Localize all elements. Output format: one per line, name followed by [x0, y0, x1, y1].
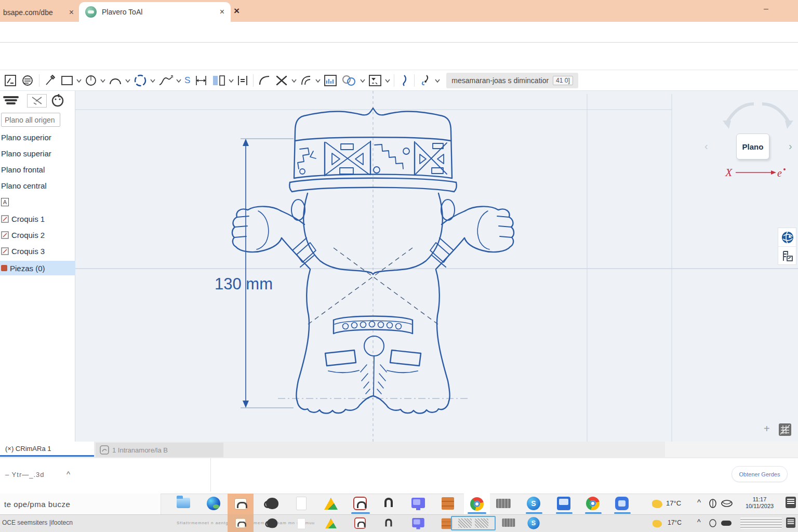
- chevron-down-icon[interactable]: [125, 78, 130, 83]
- suppress-tool-button[interactable]: [27, 94, 47, 108]
- pattern-tool-icon[interactable]: [339, 73, 359, 88]
- dimension-label[interactable]: 130 mm: [215, 275, 273, 293]
- isometric-view-button[interactable]: [778, 228, 797, 247]
- tray-expand-icon[interactable]: ^: [697, 498, 701, 507]
- temperature-text-2[interactable]: 17°C: [668, 519, 682, 526]
- zoom-in-button[interactable]: +: [764, 423, 770, 435]
- red-border-app-icon-2[interactable]: [353, 516, 367, 530]
- insert-image-tool-icon[interactable]: [322, 73, 339, 88]
- teapot-app-icon[interactable]: [266, 498, 278, 509]
- battery-icon-2[interactable]: [709, 519, 717, 527]
- viewcube-prev-icon[interactable]: ‹: [704, 140, 708, 152]
- measure-tool-icon[interactable]: [397, 73, 411, 88]
- sidebar-item-origin[interactable]: A: [0, 195, 75, 209]
- document-app-icon[interactable]: [296, 497, 307, 510]
- ellipse-tool-icon[interactable]: [131, 73, 149, 88]
- active-app-tile-orange[interactable]: [228, 494, 254, 514]
- viewcube-plano-face[interactable]: Plano: [736, 134, 769, 159]
- mesh-app-icon[interactable]: [458, 518, 472, 528]
- keyboard-app-icon-2[interactable]: [501, 518, 516, 527]
- sidebar-item-plano-central[interactable]: Plano central: [0, 178, 75, 193]
- active-app-tile-orange-2[interactable]: [228, 514, 254, 532]
- sketch-tool-icon[interactable]: [2, 73, 19, 88]
- books-app-icon[interactable]: [442, 497, 454, 510]
- weather-icon-2[interactable]: [652, 520, 662, 528]
- remote-window-app-icon[interactable]: [557, 497, 570, 510]
- mirror-tool-icon[interactable]: [210, 73, 228, 88]
- drive-app-icon-2[interactable]: [324, 517, 338, 529]
- feature-search-input[interactable]: [1, 113, 60, 127]
- sidebar-item-croquis-3[interactable]: Croquis 3: [0, 244, 75, 258]
- sidebar-item-piezas[interactable]: Piezas (0): [0, 261, 75, 275]
- taskbar-clock[interactable]: 11:17 10/11/2023: [737, 496, 782, 510]
- monitor-app-icon[interactable]: [411, 498, 425, 508]
- viewcube-rotate-arrows[interactable]: [720, 99, 796, 130]
- status-caret-icon[interactable]: ^: [66, 470, 71, 478]
- dimension-130mm[interactable]: [241, 139, 294, 408]
- tray-dark-icon[interactable]: [721, 521, 732, 526]
- temperature-text[interactable]: 17°C: [666, 499, 681, 507]
- rollback-icon[interactable]: [51, 94, 64, 108]
- browser-tab-other[interactable]: bsape.com/dbe ×: [0, 3, 77, 22]
- browser-tab-active[interactable]: Plavero ToAl ×: [79, 2, 231, 22]
- mesh-app-icon[interactable]: [475, 518, 488, 528]
- assembly-tab[interactable]: 1 Intranamore/la B: [96, 443, 223, 457]
- sidebar-item-plano-superiar[interactable]: Plano superiar: [0, 146, 75, 161]
- document-app-icon-2[interactable]: [296, 517, 307, 530]
- feature-list-icon[interactable]: [2, 95, 20, 107]
- chevron-down-icon[interactable]: [100, 78, 105, 83]
- weather-icon[interactable]: [652, 500, 662, 508]
- battery-icon[interactable]: [709, 499, 717, 508]
- chevron-down-icon[interactable]: [76, 78, 82, 83]
- chevron-down-icon[interactable]: [435, 78, 440, 83]
- chrome2-app-icon[interactable]: [586, 497, 600, 510]
- chevron-down-icon[interactable]: [385, 78, 390, 83]
- chrome-app-tile[interactable]: [464, 494, 490, 514]
- partstudio-tab-active[interactable]: (×) CRimARa 1: [0, 442, 94, 457]
- teapot-app-icon-2[interactable]: [266, 517, 278, 529]
- hook-app-icon-2[interactable]: [384, 518, 393, 527]
- chevron-down-icon[interactable]: [360, 78, 365, 83]
- keyboard-app-icon[interactable]: [496, 499, 511, 508]
- constraint-tool-icon[interactable]: [235, 73, 250, 88]
- taskbar-search[interactable]: te ope/pma bucze: [0, 494, 161, 514]
- trim-tool-icon[interactable]: [273, 73, 290, 88]
- fillet-tool-icon[interactable]: [256, 73, 273, 88]
- stamp-tool-icon[interactable]: [19, 73, 36, 88]
- chevron-down-icon[interactable]: [291, 78, 297, 83]
- file-explorer-icon[interactable]: [177, 498, 190, 508]
- selected-apps-box[interactable]: [451, 516, 496, 530]
- tab-close-extra-icon[interactable]: ×: [234, 5, 240, 17]
- sidebar-item-plano-frontal[interactable]: Plano frontal: [0, 162, 75, 177]
- dimension-tool-icon[interactable]: [192, 73, 210, 88]
- arc-tool-icon[interactable]: [107, 73, 124, 88]
- offset-tool-icon[interactable]: [298, 73, 314, 88]
- section-view-button[interactable]: [778, 247, 797, 265]
- export-sketch-tool-icon[interactable]: [366, 73, 384, 88]
- window-minimize-button[interactable]: –: [764, 4, 768, 14]
- sidebar-item-croquis-2[interactable]: Croquis 2: [0, 228, 75, 242]
- notification-center-icon-2[interactable]: [786, 517, 796, 528]
- rectangle-tool-icon[interactable]: [59, 73, 75, 88]
- tab-close-icon[interactable]: ×: [220, 7, 224, 17]
- chevron-down-icon[interactable]: [150, 78, 155, 83]
- inspect-tool-icon[interactable]: [417, 73, 434, 88]
- chevron-down-icon[interactable]: [229, 78, 234, 83]
- sidebar-item-croquis-1[interactable]: Croquis 1: [0, 211, 75, 226]
- circle-tool-icon[interactable]: [83, 73, 99, 88]
- red-border-app-icon[interactable]: [353, 497, 367, 510]
- grid-settings-button[interactable]: [778, 423, 792, 436]
- help-pill-button[interactable]: Obtener Gerdes: [732, 466, 788, 482]
- tab-close-icon[interactable]: ×: [69, 8, 74, 17]
- notification-center-icon[interactable]: [786, 497, 796, 508]
- tray-expand-icon-2[interactable]: ^: [697, 518, 701, 526]
- skype-app-icon[interactable]: S: [527, 497, 540, 510]
- line-tool-icon[interactable]: [42, 73, 59, 88]
- edge-browser-icon[interactable]: [207, 497, 220, 510]
- graphics-area[interactable]: 130 mm: [75, 91, 798, 442]
- drive-app-icon[interactable]: [324, 498, 338, 510]
- skype-app-icon-2[interactable]: S: [527, 516, 540, 530]
- blue-square-app-icon[interactable]: [615, 497, 629, 510]
- chevron-down-icon[interactable]: [176, 78, 181, 83]
- sidebar-item-plano-superior[interactable]: Plano superior: [0, 130, 75, 144]
